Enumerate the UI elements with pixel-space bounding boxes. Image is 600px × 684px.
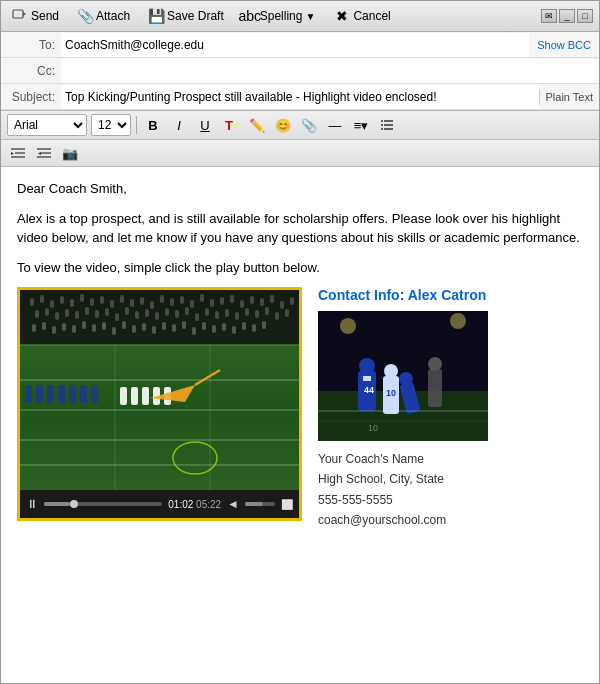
format-toolbar-row2: 📷 [1, 140, 599, 167]
save-icon: 💾 [148, 8, 164, 24]
insert-photo-button[interactable]: 📷 [59, 142, 81, 164]
svg-line-114 [195, 370, 220, 385]
svg-rect-36 [220, 297, 224, 305]
font-select[interactable]: Arial [7, 114, 87, 136]
body-content: Dear Coach Smith, Alex is a top prospect… [17, 179, 583, 277]
svg-rect-33 [190, 300, 194, 308]
cc-input[interactable] [61, 59, 599, 83]
format-separator-1 [136, 116, 137, 134]
svg-rect-54 [135, 311, 139, 319]
svg-point-124 [384, 364, 398, 378]
to-row: To: Show BCC [1, 32, 599, 58]
svg-rect-38 [240, 300, 244, 308]
svg-rect-73 [62, 323, 66, 331]
underline-button[interactable]: U [194, 114, 216, 136]
content-columns: ⏸ 01:02 05:22 ◄ ⬜ [17, 287, 583, 531]
bold-button[interactable]: B [142, 114, 164, 136]
svg-rect-101 [25, 385, 32, 403]
svg-rect-25 [110, 300, 114, 308]
video-player[interactable]: ⏸ 01:02 05:22 ◄ ⬜ [17, 287, 302, 521]
svg-rect-87 [202, 322, 206, 330]
paragraph1: Alex is a top prospect, and is still ava… [17, 209, 583, 248]
video-progress-bar[interactable] [44, 502, 162, 506]
send-button[interactable]: Send [7, 5, 64, 27]
svg-point-128 [428, 357, 442, 371]
svg-rect-85 [182, 321, 186, 329]
spelling-icon: abc [242, 8, 258, 24]
svg-rect-59 [185, 307, 189, 315]
svg-rect-27 [130, 299, 134, 307]
volume-bar[interactable] [245, 502, 275, 506]
svg-rect-63 [225, 309, 229, 317]
svg-rect-107 [91, 385, 98, 403]
svg-rect-72 [52, 326, 56, 334]
window-maximize[interactable]: □ [577, 9, 593, 23]
svg-rect-93 [262, 321, 266, 329]
fullscreen-button[interactable]: ⬜ [281, 499, 293, 510]
font-size-select[interactable]: 12 [91, 114, 131, 136]
format-toolbar-row1: Arial 12 B I U Tc ✏️ 😊 📎 — ≡▾ [1, 111, 599, 140]
play-pause-button[interactable]: ⏸ [26, 497, 38, 511]
svg-rect-80 [132, 325, 136, 333]
list-button[interactable] [376, 114, 398, 136]
svg-rect-70 [32, 324, 36, 332]
font-color-button[interactable]: Tc [220, 114, 242, 136]
svg-rect-65 [245, 308, 249, 316]
mute-button[interactable]: ◄ [227, 497, 239, 511]
outdent-button[interactable] [33, 142, 55, 164]
time-total: 05:22 [196, 499, 221, 510]
attach-label: Attach [96, 9, 130, 23]
svg-rect-58 [175, 310, 179, 318]
svg-rect-88 [212, 325, 216, 333]
svg-rect-41 [270, 295, 274, 303]
svg-rect-23 [90, 298, 94, 306]
align-button[interactable]: ≡▾ [350, 114, 372, 136]
indent-button[interactable] [7, 142, 29, 164]
svg-point-121 [359, 358, 375, 374]
attach-button[interactable]: 📎 Attach [72, 5, 135, 27]
cc-row: Cc: [1, 58, 599, 84]
emoji-button[interactable]: 😊 [272, 114, 294, 136]
svg-rect-19 [50, 300, 54, 308]
italic-button[interactable]: I [168, 114, 190, 136]
attach-inline-button[interactable]: 📎 [298, 114, 320, 136]
svg-rect-68 [275, 312, 279, 320]
subject-input[interactable] [61, 85, 539, 109]
window-minimize[interactable]: _ [559, 9, 575, 23]
svg-rect-47 [65, 309, 69, 317]
svg-rect-61 [205, 308, 209, 316]
svg-rect-76 [92, 324, 96, 332]
svg-rect-102 [36, 385, 43, 403]
plain-text-button[interactable]: Plain Text [539, 89, 600, 105]
spelling-label: Spelling [260, 9, 303, 23]
subject-label: Subject: [1, 88, 61, 106]
svg-text:10: 10 [368, 423, 378, 433]
svg-rect-53 [125, 307, 129, 315]
svg-rect-64 [235, 312, 239, 320]
svg-rect-86 [192, 327, 196, 335]
svg-rect-74 [72, 325, 76, 333]
list-icon [380, 118, 394, 132]
highlight-button[interactable]: ✏️ [246, 114, 268, 136]
email-body[interactable]: Dear Coach Smith, Alex is a top prospect… [1, 167, 599, 683]
svg-rect-127 [428, 369, 442, 407]
hr-button[interactable]: — [324, 114, 346, 136]
svg-point-7 [381, 128, 383, 130]
svg-rect-78 [112, 327, 116, 335]
cc-label: Cc: [1, 62, 61, 80]
window-controls: ✉ _ □ [541, 9, 593, 23]
save-draft-button[interactable]: 💾 Save Draft [143, 5, 229, 27]
svg-point-119 [450, 313, 466, 329]
cancel-icon: ✖ [334, 8, 350, 24]
to-input[interactable] [61, 33, 529, 57]
time-current: 01:02 [168, 499, 193, 510]
cancel-button[interactable]: ✖ Cancel [329, 5, 395, 27]
contact-title: Contact Info: Alex Catron [318, 287, 583, 303]
svg-rect-81 [142, 323, 146, 331]
spelling-button[interactable]: abc Spelling ▼ [237, 5, 322, 27]
show-bcc-button[interactable]: Show BCC [529, 39, 599, 51]
svg-rect-28 [140, 297, 144, 305]
svg-rect-67 [265, 307, 269, 315]
svg-rect-108 [120, 387, 127, 405]
video-screen [20, 290, 299, 490]
